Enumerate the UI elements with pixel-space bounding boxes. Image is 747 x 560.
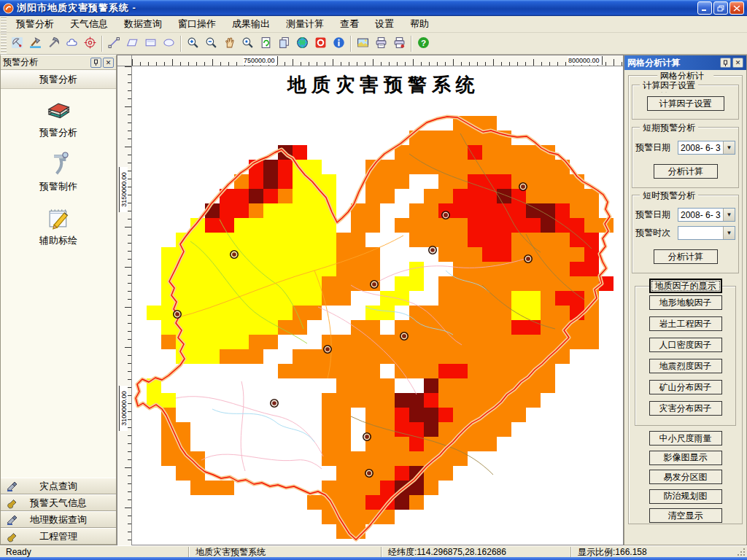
short-term-date-combobox[interactable]: 2008- 6- 3 ▼ — [678, 141, 735, 155]
sidebar-header: 预警分析 — [1, 70, 116, 89]
calc-factor-settings-button[interactable]: 计算因子设置 — [647, 96, 724, 111]
chevron-down-icon[interactable]: ▼ — [723, 141, 735, 154]
ellipse-icon — [163, 36, 175, 51]
town-marker[interactable] — [271, 400, 278, 407]
window-buttons — [697, 1, 744, 15]
flood-tool-button[interactable] — [26, 35, 44, 52]
minimize-button[interactable] — [697, 1, 712, 15]
town-marker[interactable] — [365, 470, 373, 477]
mine-factor-button[interactable]: 矿山分布因子 — [649, 380, 722, 394]
axe-icon — [29, 36, 42, 51]
menu-item-settings[interactable]: 设置 — [367, 15, 402, 33]
population-factor-button[interactable]: 人口密度因子 — [649, 338, 722, 352]
short-term-analyze-button[interactable]: 分析计算 — [654, 164, 718, 179]
terrain-factor-button[interactable]: 地形地貌因子 — [649, 295, 722, 310]
sidebar-pin-button[interactable] — [90, 58, 101, 68]
zoom-out-icon — [205, 36, 217, 51]
restore-button[interactable] — [713, 1, 728, 15]
tool-icon — [44, 150, 72, 178]
menu-item-warning-analysis[interactable]: 预警分析 — [8, 15, 62, 33]
right-panel-pin-button[interactable] — [720, 58, 731, 68]
cloud-overlay-tool-button[interactable] — [63, 35, 81, 52]
toolbar-grip[interactable] — [1, 33, 7, 54]
menu-item-window-ops[interactable]: 窗口操作 — [170, 15, 224, 33]
chevron-down-icon[interactable]: ▼ — [723, 209, 735, 221]
town-marker[interactable] — [231, 251, 238, 258]
draw-ellipse-tool-button[interactable] — [160, 35, 178, 52]
locate-target-tool-button[interactable] — [81, 35, 99, 52]
help-tool-button[interactable]: ? — [414, 35, 433, 52]
menu-item-view[interactable]: 查看 — [332, 15, 367, 33]
pick-tool-button[interactable] — [44, 35, 63, 52]
draw-rectangle-tool-button[interactable] — [142, 35, 160, 52]
menu-item-result-output[interactable]: 成果输出 — [224, 15, 278, 33]
clear-display-button[interactable]: 清空显示 — [649, 508, 722, 523]
map-canvas[interactable]: 地质灾害预警系统 — [132, 66, 623, 545]
town-marker[interactable] — [519, 183, 527, 190]
warning-weather-group[interactable]: 预警天气信息 — [1, 494, 116, 511]
image-icon — [357, 36, 369, 51]
stop-tool-button[interactable] — [311, 35, 330, 52]
right-panel-close-button[interactable]: ✕ — [732, 58, 743, 68]
warning-analysis-item[interactable]: 预警分析 — [15, 96, 102, 139]
seismic-factor-button[interactable]: 地震烈度因子 — [649, 359, 722, 373]
short-time-times-combobox[interactable]: ▼ — [678, 226, 735, 240]
zoom-center-icon — [241, 36, 254, 51]
menu-grip[interactable] — [1, 16, 7, 32]
show-geo-factors-button[interactable]: 地质因子的显示 — [649, 279, 722, 293]
image-view-tool-button[interactable] — [354, 35, 372, 52]
close-button[interactable] — [729, 1, 744, 15]
prone-zone-map-button[interactable]: 易发分区图 — [649, 470, 722, 484]
menu-item-weather-info[interactable]: 天气信息 — [62, 15, 116, 33]
resize-grip[interactable] — [735, 546, 747, 558]
refresh-view-tool-button[interactable] — [257, 35, 275, 52]
chevron-down-icon[interactable]: ▼ — [723, 227, 735, 239]
town-marker[interactable] — [174, 311, 181, 318]
disaster-point-query-group[interactable]: 灾点查询 — [1, 478, 116, 494]
menu-item-measure-calc[interactable]: 测量计算 — [278, 15, 332, 33]
info-icon — [333, 36, 345, 51]
info-tool-button[interactable] — [330, 35, 348, 52]
rainfall-scale-button[interactable]: 中小尺度雨量 — [649, 431, 722, 446]
geotech-factor-button[interactable]: 岩土工程因子 — [649, 316, 722, 331]
calc-factor-group: 计算因子设置 计算因子设置 — [632, 85, 739, 120]
draw-line-tool-button[interactable] — [105, 35, 123, 52]
warning-produce-item[interactable]: 预警制作 — [15, 150, 102, 193]
copy-view-tool-button[interactable] — [275, 35, 293, 52]
window-title: 浏阳市地质灾害预警系统 - — [17, 1, 136, 15]
town-marker[interactable] — [525, 255, 532, 262]
pan-tool-button[interactable] — [220, 35, 239, 52]
geo-data-query-group[interactable]: 地理数据查询 — [1, 511, 116, 528]
town-marker[interactable] — [429, 246, 436, 254]
short-time-date-combobox[interactable]: 2008- 6- 3 ▼ — [678, 208, 735, 222]
globe-view-tool-button[interactable] — [293, 35, 311, 52]
print-tool-button[interactable] — [372, 35, 390, 52]
short-time-analyze-button[interactable]: 分析计算 — [654, 249, 718, 264]
draw-polygon-tool-button[interactable] — [123, 35, 142, 52]
menu-item-help[interactable]: 帮助 — [402, 15, 437, 33]
map-area: 750000.00 800000.00 3150000.00 3100000.0… — [117, 55, 624, 545]
line-icon — [108, 36, 120, 51]
zoom-out-tool-button[interactable] — [202, 35, 220, 52]
satellite-tool-button[interactable] — [8, 35, 26, 52]
town-marker[interactable] — [442, 211, 449, 219]
cloud-icon — [66, 36, 78, 51]
print-preview-tool-button[interactable] — [390, 35, 409, 52]
sidebar-group-bars: 灾点查询预警天气信息地理数据查询工程管理 — [1, 478, 116, 545]
town-marker[interactable] — [324, 346, 331, 353]
toolbar-separator — [411, 36, 412, 52]
zoom-in-tool-button[interactable] — [184, 35, 202, 52]
project-manage-group[interactable]: 工程管理 — [1, 528, 116, 545]
town-marker[interactable] — [363, 433, 371, 440]
town-marker[interactable] — [371, 281, 378, 288]
zoom-extent-tool-button[interactable] — [239, 35, 257, 52]
disaster-factor-button[interactable]: 灾害分布因子 — [649, 401, 722, 416]
town-marker[interactable] — [400, 332, 408, 340]
menu-item-data-query[interactable]: 数据查询 — [116, 15, 170, 33]
globe-icon — [296, 36, 309, 51]
toolbar-separator — [101, 36, 103, 52]
imagery-show-button[interactable]: 影像图显示 — [649, 451, 722, 465]
assist-plot-item[interactable]: 辅助标绘 — [15, 204, 102, 247]
sidebar-close-button[interactable]: ✕ — [103, 58, 114, 68]
prevention-map-button[interactable]: 防治规划图 — [649, 489, 722, 504]
